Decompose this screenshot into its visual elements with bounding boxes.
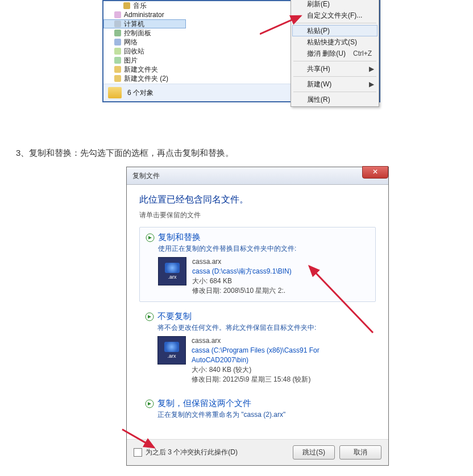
nav-tree: 音乐Administrator计算机控制面板网络回收站图片新建文件夹新建文件夹 … bbox=[103, 1, 186, 84]
option-dont-copy[interactable]: 不要复制 将不会更改任何文件。将此文件保留在目标文件夹中: .arx cassa… bbox=[139, 311, 376, 389]
go-arrow-icon bbox=[145, 312, 154, 321]
close-button[interactable]: ✕ bbox=[362, 166, 388, 179]
nav-icon bbox=[114, 11, 122, 19]
skip-button[interactable]: 跳过(S) bbox=[293, 445, 335, 460]
nav-icon bbox=[114, 47, 122, 55]
nav-label: 回收站 bbox=[124, 47, 144, 56]
nav-label: 新建文件夹 (2) bbox=[124, 74, 168, 84]
file-icon: .arx bbox=[157, 336, 186, 365]
cancel-button[interactable]: 取消 bbox=[339, 445, 381, 460]
file-meta: cassa.arx cassa (D:\cass\南方cass9.1\BIN) … bbox=[192, 257, 292, 296]
file-date: 修改日期: 2012\5\9 星期三 15:48 (较新) bbox=[192, 375, 339, 384]
menu-divider bbox=[293, 76, 376, 77]
menu-item-label: 粘贴(P) bbox=[307, 26, 330, 36]
menu-item[interactable]: 粘贴快捷方式(S) bbox=[292, 36, 377, 48]
checkbox-label: 为之后 3 个冲突执行此操作(D) bbox=[146, 448, 238, 457]
menu-item[interactable]: 新建(W)▶ bbox=[292, 78, 377, 90]
dialog-titlebar: 复制文件 ✕ bbox=[127, 167, 388, 185]
file-path: cassa (C:\Program Files (x86)\Cass91 For… bbox=[192, 346, 339, 365]
dialog-heading: 此位置已经包含同名文件。 bbox=[139, 194, 376, 206]
explorer-content: 刷新(E)自定义文件夹(F)...粘贴(P)粘贴快捷方式(S)撤消 删除(U)C… bbox=[186, 1, 379, 84]
go-arrow-icon bbox=[146, 233, 155, 242]
nav-label: 音乐 bbox=[133, 1, 147, 11]
nav-label: Administrator bbox=[124, 11, 164, 19]
menu-item-label: 属性(R) bbox=[307, 95, 330, 105]
nav-item[interactable]: 图片 bbox=[103, 56, 186, 65]
nav-icon bbox=[114, 74, 122, 82]
file-size: 大小: 840 KB (较大) bbox=[192, 365, 339, 375]
nav-icon bbox=[114, 65, 122, 73]
step-instruction: 3、复制和替换：先勾选下面的选框，再点击复制和替换。 bbox=[16, 148, 467, 159]
submenu-arrow-icon: ▶ bbox=[369, 80, 374, 88]
close-icon: ✕ bbox=[372, 168, 378, 176]
file-size: 大小: 684 KB bbox=[192, 276, 292, 286]
nav-label: 网络 bbox=[124, 38, 138, 47]
apply-all-checkbox[interactable] bbox=[134, 448, 142, 457]
nav-label: 计算机 bbox=[124, 19, 144, 29]
context-menu: 刷新(E)自定义文件夹(F)...粘贴(P)粘贴快捷方式(S)撤消 删除(U)C… bbox=[291, 0, 379, 107]
dialog-footer: 为之后 3 个冲突执行此操作(D) 跳过(S) 取消 bbox=[127, 439, 388, 465]
menu-item[interactable]: 共享(H)▶ bbox=[292, 63, 377, 74]
nav-label: 控制面板 bbox=[124, 28, 151, 38]
nav-icon bbox=[114, 29, 122, 37]
option-title: 复制和替换 bbox=[158, 232, 201, 243]
nav-label: 新建文件夹 bbox=[124, 65, 158, 74]
nav-icon bbox=[114, 38, 122, 46]
file-name: cassa.arx bbox=[192, 257, 292, 267]
menu-shortcut: Ctrl+Z bbox=[353, 49, 372, 57]
nav-icon bbox=[114, 56, 122, 64]
file-name: cassa.arx bbox=[192, 336, 339, 346]
nav-icon bbox=[114, 20, 122, 28]
menu-divider bbox=[293, 61, 376, 61]
copy-file-dialog: 复制文件 ✕ 此位置已经包含同名文件。 请单击要保留的文件 复制和替换 使用正在… bbox=[126, 167, 389, 466]
nav-item[interactable]: 回收站 bbox=[103, 47, 186, 56]
nav-item[interactable]: 新建文件夹 bbox=[103, 65, 186, 74]
menu-item[interactable]: 自定义文件夹(F)... bbox=[292, 10, 377, 21]
option-title: 不要复制 bbox=[157, 311, 192, 322]
submenu-arrow-icon: ▶ bbox=[369, 65, 374, 73]
nav-label: 图片 bbox=[124, 56, 138, 65]
menu-item-label: 撤消 删除(U) bbox=[307, 49, 346, 59]
go-arrow-icon bbox=[145, 399, 154, 408]
nav-item[interactable]: 音乐 bbox=[103, 1, 186, 10]
menu-item-label: 自定义文件夹(F)... bbox=[307, 11, 362, 20]
nav-item[interactable]: Administrator bbox=[103, 10, 186, 19]
menu-item[interactable]: 属性(R) bbox=[292, 94, 377, 105]
file-meta: cassa.arx cassa (C:\Program Files (x86)\… bbox=[192, 336, 339, 384]
menu-item[interactable]: 粘贴(P) bbox=[292, 25, 377, 36]
option-title: 复制，但保留这两个文件 bbox=[157, 398, 251, 409]
explorer-window: 音乐Administrator计算机控制面板网络回收站图片新建文件夹新建文件夹 … bbox=[102, 0, 380, 102]
option-desc: 将不会更改任何文件。将此文件保留在目标文件夹中: bbox=[157, 323, 370, 333]
file-icon: .arx bbox=[158, 257, 186, 285]
option-desc: 正在复制的文件将重命名为 "cassa (2).arx" bbox=[157, 410, 370, 420]
menu-divider bbox=[293, 92, 376, 92]
nav-item[interactable]: 新建文件夹 (2) bbox=[103, 74, 186, 83]
nav-icon bbox=[123, 2, 131, 10]
file-date: 修改日期: 2008\5\10 星期六 2:. bbox=[192, 286, 292, 296]
dialog-subheading: 请单击要保留的文件 bbox=[139, 210, 376, 220]
menu-item-label: 刷新(E) bbox=[307, 0, 330, 9]
nav-item[interactable]: 网络 bbox=[103, 38, 186, 47]
status-text: 6 个对象 bbox=[127, 88, 153, 98]
folder-icon bbox=[108, 87, 122, 98]
nav-item[interactable]: 计算机 bbox=[103, 19, 186, 28]
menu-item-label: 粘贴快捷方式(S) bbox=[307, 38, 357, 47]
dialog-title: 复制文件 bbox=[132, 171, 160, 181]
file-path: cassa (D:\cass\南方cass9.1\BIN) bbox=[192, 267, 292, 276]
menu-item[interactable]: 刷新(E) bbox=[292, 0, 377, 10]
menu-item-label: 新建(W) bbox=[307, 80, 331, 89]
option-copy-replace[interactable]: 复制和替换 使用正在复制的文件替换目标文件夹中的文件: .arx cassa.a… bbox=[139, 227, 376, 302]
nav-item[interactable]: 控制面板 bbox=[103, 28, 186, 38]
option-desc: 使用正在复制的文件替换目标文件夹中的文件: bbox=[158, 244, 370, 254]
menu-divider bbox=[293, 23, 376, 23]
option-copy-keep-both[interactable]: 复制，但保留这两个文件 正在复制的文件将重命名为 "cassa (2).arx" bbox=[139, 398, 376, 428]
menu-item-label: 共享(H) bbox=[307, 64, 330, 74]
menu-item[interactable]: 撤消 删除(U)Ctrl+Z bbox=[292, 48, 377, 59]
